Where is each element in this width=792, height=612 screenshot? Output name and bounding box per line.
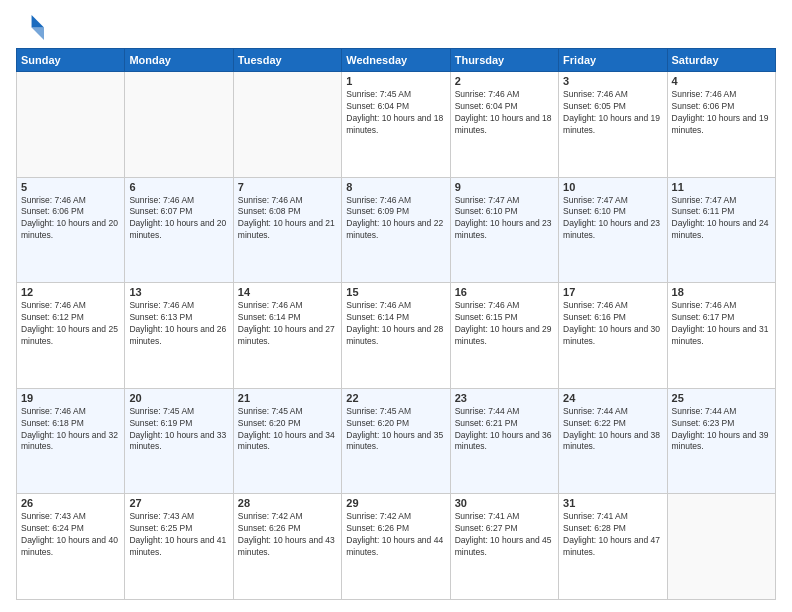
calendar-cell: 24Sunrise: 7:44 AM Sunset: 6:22 PM Dayli… bbox=[559, 388, 667, 494]
day-info: Sunrise: 7:45 AM Sunset: 6:20 PM Dayligh… bbox=[238, 406, 337, 454]
day-info: Sunrise: 7:41 AM Sunset: 6:28 PM Dayligh… bbox=[563, 511, 662, 559]
calendar-cell: 29Sunrise: 7:42 AM Sunset: 6:26 PM Dayli… bbox=[342, 494, 450, 600]
weekday-header: Sunday bbox=[17, 49, 125, 72]
day-number: 18 bbox=[672, 286, 771, 298]
day-number: 28 bbox=[238, 497, 337, 509]
weekday-header: Friday bbox=[559, 49, 667, 72]
calendar-week-row: 26Sunrise: 7:43 AM Sunset: 6:24 PM Dayli… bbox=[17, 494, 776, 600]
calendar-cell: 2Sunrise: 7:46 AM Sunset: 6:04 PM Daylig… bbox=[450, 72, 558, 178]
calendar-cell: 15Sunrise: 7:46 AM Sunset: 6:14 PM Dayli… bbox=[342, 283, 450, 389]
calendar-cell bbox=[125, 72, 233, 178]
calendar-cell: 13Sunrise: 7:46 AM Sunset: 6:13 PM Dayli… bbox=[125, 283, 233, 389]
day-info: Sunrise: 7:46 AM Sunset: 6:07 PM Dayligh… bbox=[129, 195, 228, 243]
day-number: 11 bbox=[672, 181, 771, 193]
weekday-header: Saturday bbox=[667, 49, 775, 72]
calendar-cell: 21Sunrise: 7:45 AM Sunset: 6:20 PM Dayli… bbox=[233, 388, 341, 494]
calendar-cell: 17Sunrise: 7:46 AM Sunset: 6:16 PM Dayli… bbox=[559, 283, 667, 389]
day-number: 8 bbox=[346, 181, 445, 193]
day-info: Sunrise: 7:46 AM Sunset: 6:06 PM Dayligh… bbox=[21, 195, 120, 243]
calendar-cell bbox=[667, 494, 775, 600]
day-number: 21 bbox=[238, 392, 337, 404]
calendar-cell: 30Sunrise: 7:41 AM Sunset: 6:27 PM Dayli… bbox=[450, 494, 558, 600]
calendar-cell: 25Sunrise: 7:44 AM Sunset: 6:23 PM Dayli… bbox=[667, 388, 775, 494]
day-info: Sunrise: 7:45 AM Sunset: 6:20 PM Dayligh… bbox=[346, 406, 445, 454]
calendar-cell: 18Sunrise: 7:46 AM Sunset: 6:17 PM Dayli… bbox=[667, 283, 775, 389]
calendar-cell: 8Sunrise: 7:46 AM Sunset: 6:09 PM Daylig… bbox=[342, 177, 450, 283]
day-info: Sunrise: 7:45 AM Sunset: 6:04 PM Dayligh… bbox=[346, 89, 445, 137]
day-info: Sunrise: 7:44 AM Sunset: 6:23 PM Dayligh… bbox=[672, 406, 771, 454]
calendar-cell: 26Sunrise: 7:43 AM Sunset: 6:24 PM Dayli… bbox=[17, 494, 125, 600]
calendar-cell: 7Sunrise: 7:46 AM Sunset: 6:08 PM Daylig… bbox=[233, 177, 341, 283]
day-info: Sunrise: 7:46 AM Sunset: 6:14 PM Dayligh… bbox=[238, 300, 337, 348]
calendar-cell: 11Sunrise: 7:47 AM Sunset: 6:11 PM Dayli… bbox=[667, 177, 775, 283]
day-number: 16 bbox=[455, 286, 554, 298]
calendar-cell: 23Sunrise: 7:44 AM Sunset: 6:21 PM Dayli… bbox=[450, 388, 558, 494]
day-number: 29 bbox=[346, 497, 445, 509]
day-number: 2 bbox=[455, 75, 554, 87]
day-number: 27 bbox=[129, 497, 228, 509]
calendar-cell bbox=[17, 72, 125, 178]
day-number: 19 bbox=[21, 392, 120, 404]
calendar-week-row: 12Sunrise: 7:46 AM Sunset: 6:12 PM Dayli… bbox=[17, 283, 776, 389]
calendar-cell: 31Sunrise: 7:41 AM Sunset: 6:28 PM Dayli… bbox=[559, 494, 667, 600]
calendar-cell: 28Sunrise: 7:42 AM Sunset: 6:26 PM Dayli… bbox=[233, 494, 341, 600]
day-info: Sunrise: 7:43 AM Sunset: 6:24 PM Dayligh… bbox=[21, 511, 120, 559]
weekday-header: Thursday bbox=[450, 49, 558, 72]
day-info: Sunrise: 7:46 AM Sunset: 6:16 PM Dayligh… bbox=[563, 300, 662, 348]
calendar-cell: 14Sunrise: 7:46 AM Sunset: 6:14 PM Dayli… bbox=[233, 283, 341, 389]
weekday-header: Wednesday bbox=[342, 49, 450, 72]
logo bbox=[16, 12, 48, 40]
day-info: Sunrise: 7:46 AM Sunset: 6:14 PM Dayligh… bbox=[346, 300, 445, 348]
day-number: 23 bbox=[455, 392, 554, 404]
calendar-cell: 5Sunrise: 7:46 AM Sunset: 6:06 PM Daylig… bbox=[17, 177, 125, 283]
day-number: 13 bbox=[129, 286, 228, 298]
day-info: Sunrise: 7:47 AM Sunset: 6:11 PM Dayligh… bbox=[672, 195, 771, 243]
calendar-week-row: 1Sunrise: 7:45 AM Sunset: 6:04 PM Daylig… bbox=[17, 72, 776, 178]
day-info: Sunrise: 7:46 AM Sunset: 6:17 PM Dayligh… bbox=[672, 300, 771, 348]
day-number: 1 bbox=[346, 75, 445, 87]
calendar-cell: 10Sunrise: 7:47 AM Sunset: 6:10 PM Dayli… bbox=[559, 177, 667, 283]
day-number: 10 bbox=[563, 181, 662, 193]
day-number: 26 bbox=[21, 497, 120, 509]
day-info: Sunrise: 7:44 AM Sunset: 6:21 PM Dayligh… bbox=[455, 406, 554, 454]
header bbox=[16, 12, 776, 40]
day-number: 25 bbox=[672, 392, 771, 404]
calendar-cell: 6Sunrise: 7:46 AM Sunset: 6:07 PM Daylig… bbox=[125, 177, 233, 283]
calendar-cell: 9Sunrise: 7:47 AM Sunset: 6:10 PM Daylig… bbox=[450, 177, 558, 283]
day-number: 30 bbox=[455, 497, 554, 509]
calendar-cell: 4Sunrise: 7:46 AM Sunset: 6:06 PM Daylig… bbox=[667, 72, 775, 178]
weekday-header-row: SundayMondayTuesdayWednesdayThursdayFrid… bbox=[17, 49, 776, 72]
day-number: 31 bbox=[563, 497, 662, 509]
day-number: 9 bbox=[455, 181, 554, 193]
day-info: Sunrise: 7:46 AM Sunset: 6:13 PM Dayligh… bbox=[129, 300, 228, 348]
day-info: Sunrise: 7:46 AM Sunset: 6:09 PM Dayligh… bbox=[346, 195, 445, 243]
weekday-header: Monday bbox=[125, 49, 233, 72]
calendar-cell bbox=[233, 72, 341, 178]
day-info: Sunrise: 7:47 AM Sunset: 6:10 PM Dayligh… bbox=[563, 195, 662, 243]
day-info: Sunrise: 7:46 AM Sunset: 6:05 PM Dayligh… bbox=[563, 89, 662, 137]
day-number: 7 bbox=[238, 181, 337, 193]
day-number: 20 bbox=[129, 392, 228, 404]
calendar-cell: 19Sunrise: 7:46 AM Sunset: 6:18 PM Dayli… bbox=[17, 388, 125, 494]
day-number: 14 bbox=[238, 286, 337, 298]
day-number: 15 bbox=[346, 286, 445, 298]
day-info: Sunrise: 7:46 AM Sunset: 6:04 PM Dayligh… bbox=[455, 89, 554, 137]
day-info: Sunrise: 7:45 AM Sunset: 6:19 PM Dayligh… bbox=[129, 406, 228, 454]
calendar-cell: 12Sunrise: 7:46 AM Sunset: 6:12 PM Dayli… bbox=[17, 283, 125, 389]
day-info: Sunrise: 7:46 AM Sunset: 6:06 PM Dayligh… bbox=[672, 89, 771, 137]
day-info: Sunrise: 7:44 AM Sunset: 6:22 PM Dayligh… bbox=[563, 406, 662, 454]
weekday-header: Tuesday bbox=[233, 49, 341, 72]
day-info: Sunrise: 7:42 AM Sunset: 6:26 PM Dayligh… bbox=[238, 511, 337, 559]
day-number: 12 bbox=[21, 286, 120, 298]
day-number: 3 bbox=[563, 75, 662, 87]
day-info: Sunrise: 7:47 AM Sunset: 6:10 PM Dayligh… bbox=[455, 195, 554, 243]
calendar-cell: 16Sunrise: 7:46 AM Sunset: 6:15 PM Dayli… bbox=[450, 283, 558, 389]
day-number: 6 bbox=[129, 181, 228, 193]
calendar-cell: 1Sunrise: 7:45 AM Sunset: 6:04 PM Daylig… bbox=[342, 72, 450, 178]
day-number: 17 bbox=[563, 286, 662, 298]
day-number: 5 bbox=[21, 181, 120, 193]
day-info: Sunrise: 7:46 AM Sunset: 6:08 PM Dayligh… bbox=[238, 195, 337, 243]
day-number: 22 bbox=[346, 392, 445, 404]
logo-icon bbox=[16, 12, 44, 40]
calendar-cell: 20Sunrise: 7:45 AM Sunset: 6:19 PM Dayli… bbox=[125, 388, 233, 494]
